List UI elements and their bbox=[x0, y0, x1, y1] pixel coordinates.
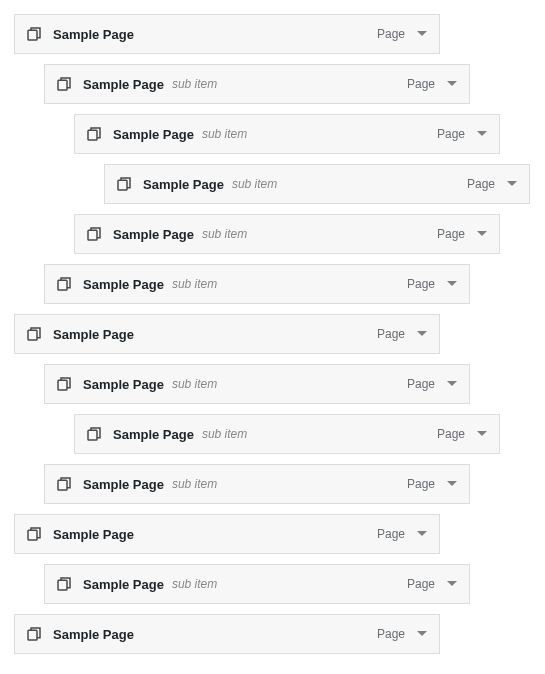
menu-item[interactable]: Sample Pagesub itemPage bbox=[74, 214, 500, 254]
pages-icon bbox=[85, 425, 103, 443]
menu-item-type: Page bbox=[377, 627, 405, 641]
menu-item-type: Page bbox=[437, 427, 465, 441]
menu-item-title: Sample Page bbox=[113, 227, 194, 242]
menu-item-type: Page bbox=[407, 77, 435, 91]
menu-items-list: Sample PagePage Sample Pagesub itemPage … bbox=[14, 14, 531, 654]
pages-icon bbox=[25, 25, 43, 43]
menu-item-type: Page bbox=[407, 477, 435, 491]
menu-item-title: Sample Page bbox=[83, 77, 164, 92]
menu-item[interactable]: Sample Pagesub itemPage bbox=[44, 264, 470, 304]
menu-item-type: Page bbox=[407, 577, 435, 591]
chevron-down-icon[interactable] bbox=[475, 128, 489, 140]
menu-item-title: Sample Page bbox=[143, 177, 224, 192]
chevron-down-icon[interactable] bbox=[475, 428, 489, 440]
svg-rect-3 bbox=[118, 180, 127, 190]
svg-rect-6 bbox=[28, 330, 37, 340]
pages-icon bbox=[55, 275, 73, 293]
menu-item-type: Page bbox=[437, 127, 465, 141]
menu-item[interactable]: Sample PagePage bbox=[14, 614, 440, 654]
menu-item-type: Page bbox=[377, 327, 405, 341]
menu-item-type: Page bbox=[377, 527, 405, 541]
pages-icon bbox=[55, 475, 73, 493]
svg-rect-4 bbox=[88, 230, 97, 240]
menu-item-sub-label: sub item bbox=[202, 227, 247, 241]
pages-icon bbox=[85, 225, 103, 243]
menu-item[interactable]: Sample Pagesub itemPage bbox=[74, 414, 500, 454]
svg-rect-9 bbox=[58, 480, 67, 490]
menu-item-title: Sample Page bbox=[53, 627, 134, 642]
menu-item-sub-label: sub item bbox=[202, 127, 247, 141]
pages-icon bbox=[85, 125, 103, 143]
menu-item[interactable]: Sample Pagesub itemPage bbox=[44, 564, 470, 604]
menu-item-title: Sample Page bbox=[53, 27, 134, 42]
menu-item-type: Page bbox=[467, 177, 495, 191]
pages-icon bbox=[25, 325, 43, 343]
menu-item[interactable]: Sample Pagesub itemPage bbox=[44, 364, 470, 404]
menu-item-title: Sample Page bbox=[83, 577, 164, 592]
pages-icon bbox=[55, 75, 73, 93]
chevron-down-icon[interactable] bbox=[445, 478, 459, 490]
menu-item-type: Page bbox=[437, 227, 465, 241]
svg-rect-12 bbox=[28, 630, 37, 640]
chevron-down-icon[interactable] bbox=[445, 278, 459, 290]
svg-rect-2 bbox=[88, 130, 97, 140]
menu-item-title: Sample Page bbox=[113, 127, 194, 142]
menu-item[interactable]: Sample PagePage bbox=[14, 14, 440, 54]
menu-item[interactable]: Sample Pagesub itemPage bbox=[74, 114, 500, 154]
menu-item-title: Sample Page bbox=[83, 377, 164, 392]
svg-rect-7 bbox=[58, 380, 67, 390]
pages-icon bbox=[25, 525, 43, 543]
menu-item-title: Sample Page bbox=[83, 277, 164, 292]
chevron-down-icon[interactable] bbox=[415, 628, 429, 640]
svg-rect-11 bbox=[58, 580, 67, 590]
menu-item-sub-label: sub item bbox=[172, 577, 217, 591]
pages-icon bbox=[55, 375, 73, 393]
menu-item-type: Page bbox=[377, 27, 405, 41]
menu-item-sub-label: sub item bbox=[172, 477, 217, 491]
menu-item-sub-label: sub item bbox=[172, 77, 217, 91]
menu-item-sub-label: sub item bbox=[172, 377, 217, 391]
pages-icon bbox=[55, 575, 73, 593]
menu-item-type: Page bbox=[407, 377, 435, 391]
chevron-down-icon[interactable] bbox=[445, 78, 459, 90]
svg-rect-0 bbox=[28, 30, 37, 40]
menu-item-sub-label: sub item bbox=[202, 427, 247, 441]
pages-icon bbox=[25, 625, 43, 643]
menu-item-type: Page bbox=[407, 277, 435, 291]
menu-item-title: Sample Page bbox=[113, 427, 194, 442]
menu-item[interactable]: Sample Pagesub itemPage bbox=[104, 164, 530, 204]
chevron-down-icon[interactable] bbox=[445, 378, 459, 390]
menu-item-title: Sample Page bbox=[53, 527, 134, 542]
menu-item[interactable]: Sample PagePage bbox=[14, 514, 440, 554]
pages-icon bbox=[115, 175, 133, 193]
chevron-down-icon[interactable] bbox=[415, 28, 429, 40]
menu-item-title: Sample Page bbox=[53, 327, 134, 342]
svg-rect-5 bbox=[58, 280, 67, 290]
svg-rect-8 bbox=[88, 430, 97, 440]
menu-item-title: Sample Page bbox=[83, 477, 164, 492]
svg-rect-1 bbox=[58, 80, 67, 90]
chevron-down-icon[interactable] bbox=[445, 578, 459, 590]
chevron-down-icon[interactable] bbox=[475, 228, 489, 240]
menu-item[interactable]: Sample PagePage bbox=[14, 314, 440, 354]
svg-rect-10 bbox=[28, 530, 37, 540]
chevron-down-icon[interactable] bbox=[415, 528, 429, 540]
chevron-down-icon[interactable] bbox=[505, 178, 519, 190]
menu-item[interactable]: Sample Pagesub itemPage bbox=[44, 64, 470, 104]
chevron-down-icon[interactable] bbox=[415, 328, 429, 340]
menu-item-sub-label: sub item bbox=[172, 277, 217, 291]
menu-item-sub-label: sub item bbox=[232, 177, 277, 191]
menu-item[interactable]: Sample Pagesub itemPage bbox=[44, 464, 470, 504]
